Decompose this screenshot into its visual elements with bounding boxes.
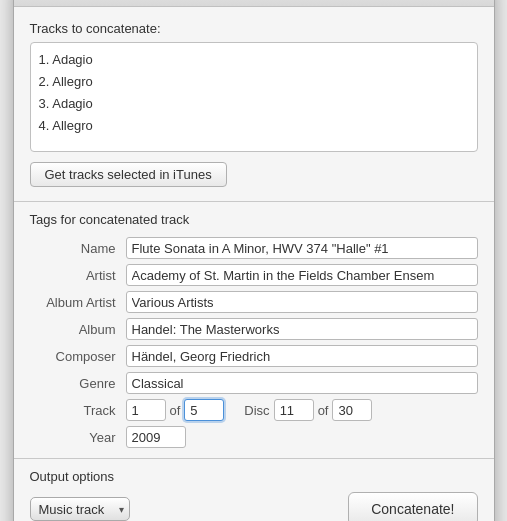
app-window: Track Concatenator Tracks to concatenate…: [14, 0, 494, 521]
form-grid: Name Artist Album Artist Album Composer …: [30, 237, 478, 448]
list-item: 3. Adagio: [39, 93, 469, 115]
artist-label: Artist: [30, 268, 120, 283]
output-select-wrapper: Music track Audio file ▾: [30, 497, 130, 521]
track-disc-row: of Disc of: [126, 399, 478, 421]
artist-input[interactable]: [126, 264, 478, 286]
divider-2: [14, 458, 494, 459]
concatenate-button[interactable]: Concatenate!: [348, 492, 477, 521]
output-section-label: Output options: [30, 469, 478, 484]
album-label: Album: [30, 322, 120, 337]
name-label: Name: [30, 241, 120, 256]
album-input[interactable]: [126, 318, 478, 340]
disc-label: Disc: [244, 403, 269, 418]
tracks-section-label: Tracks to concatenate:: [30, 21, 478, 36]
track-number-input[interactable]: [126, 399, 166, 421]
genre-label: Genre: [30, 376, 120, 391]
disc-of-label: of: [318, 403, 329, 418]
window-content: Tracks to concatenate: 1. Adagio 2. Alle…: [14, 7, 494, 521]
titlebar: Track Concatenator: [14, 0, 494, 7]
track-label: Track: [30, 403, 120, 418]
tracks-list: 1. Adagio 2. Allegro 3. Adagio 4. Allegr…: [30, 42, 478, 152]
get-tracks-button[interactable]: Get tracks selected in iTunes: [30, 162, 227, 187]
album-artist-label: Album Artist: [30, 295, 120, 310]
composer-label: Composer: [30, 349, 120, 364]
disc-number-input[interactable]: [274, 399, 314, 421]
album-artist-input[interactable]: [126, 291, 478, 313]
composer-input[interactable]: [126, 345, 478, 367]
year-label: Year: [30, 430, 120, 445]
output-type-select[interactable]: Music track Audio file: [30, 497, 130, 521]
disc-total-input[interactable]: [332, 399, 372, 421]
list-item: 1. Adagio: [39, 49, 469, 71]
name-input[interactable]: [126, 237, 478, 259]
list-item: 2. Allegro: [39, 71, 469, 93]
bottom-row: Music track Audio file ▾ Concatenate!: [30, 492, 478, 521]
track-total-input[interactable]: [184, 399, 224, 421]
list-item: 4. Allegro: [39, 115, 469, 137]
genre-input[interactable]: [126, 372, 478, 394]
tags-section-label: Tags for concatenated track: [30, 212, 478, 227]
track-of-label: of: [170, 403, 181, 418]
year-input[interactable]: [126, 426, 186, 448]
divider-1: [14, 201, 494, 202]
